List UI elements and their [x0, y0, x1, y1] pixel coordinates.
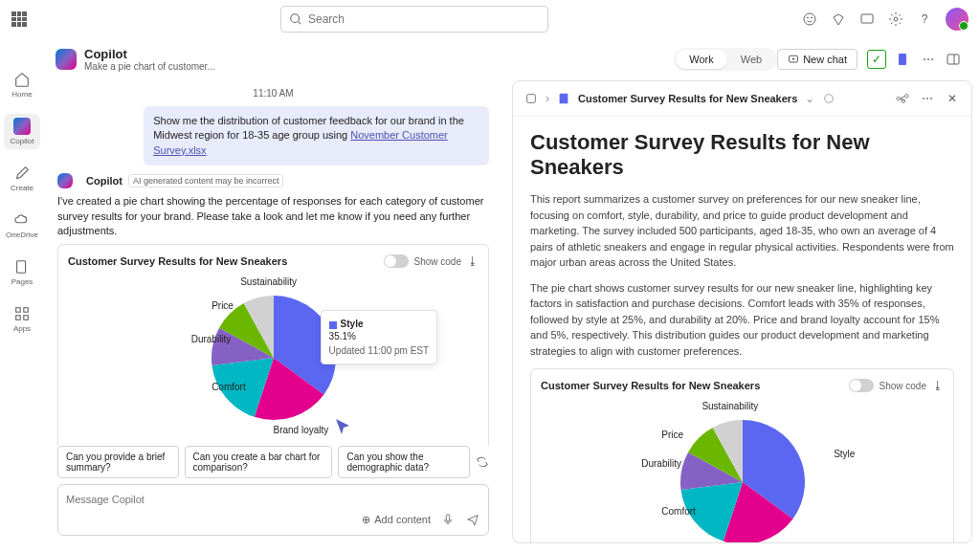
slice-label-comfort: Comfort — [661, 506, 696, 517]
nav-onedrive[interactable]: OneDrive — [4, 208, 40, 243]
nav-create[interactable]: Create — [4, 161, 40, 196]
pie-chart: Sustainability Price Durability Comfort … — [541, 396, 944, 542]
suggestion-pill[interactable]: Can you show the demographic data? — [338, 446, 470, 478]
slice-label-sustainability: Sustainability — [702, 401, 758, 411]
show-code-toggle[interactable] — [384, 254, 409, 268]
tooltip-value: 35.1% — [329, 331, 430, 342]
show-code-label: Show code — [414, 256, 461, 267]
svg-rect-8 — [16, 308, 21, 313]
doc-chart-card: Customer Survey Results for New Sneakers… — [530, 368, 954, 542]
side-nav: Home Copilot Create OneDrive Pages Apps — [0, 38, 44, 551]
nav-label: Home — [11, 90, 32, 99]
context-segment: Work Web — [674, 48, 777, 71]
copilot-icon — [13, 118, 31, 135]
mic-icon[interactable] — [440, 512, 456, 527]
premium-icon[interactable] — [831, 11, 846, 27]
chevron-down-icon[interactable]: ⌄ — [805, 92, 814, 105]
svg-point-20 — [825, 95, 834, 103]
nav-label: OneDrive — [6, 231, 38, 239]
slice-label-durability: Durability — [641, 458, 681, 469]
tooltip-name: Style — [341, 319, 364, 329]
shield-check-icon[interactable]: ✓ — [867, 50, 886, 69]
svg-point-0 — [291, 14, 300, 23]
svg-rect-7 — [17, 261, 26, 274]
add-content-button[interactable]: ⊕Add content — [362, 514, 431, 526]
slice-label-price: Price — [661, 430, 683, 440]
refresh-suggestions-icon[interactable] — [476, 454, 489, 470]
doc-heading: Customer Survey Results for New Sneakers — [530, 130, 954, 180]
slice-label-comfort: Comfort — [212, 382, 246, 392]
settings-icon[interactable] — [888, 11, 903, 27]
doc-header: › Customer Survey Results for New Sneake… — [513, 81, 971, 117]
more-icon[interactable]: ⋯ — [921, 52, 936, 67]
doc-breadcrumb-title[interactable]: Customer Survey Results for New Sneakers — [578, 93, 797, 104]
nav-label: Create — [11, 184, 33, 192]
slice-label-sustainability: Sustainability — [240, 276, 297, 287]
nav-home[interactable]: Home — [4, 67, 40, 102]
show-code-toggle[interactable] — [849, 379, 874, 392]
assistant-message: I've created a pie chart showing the per… — [57, 194, 489, 238]
download-icon[interactable]: ⭳ — [467, 254, 479, 268]
segment-web[interactable]: Web — [727, 50, 775, 69]
svg-rect-13 — [899, 54, 906, 65]
doc-paragraph: This report summarizes a customer survey… — [530, 191, 954, 271]
svg-rect-5 — [861, 14, 873, 23]
search-box[interactable] — [280, 6, 548, 33]
suggestion-row: Can you provide a brief summary? Can you… — [44, 446, 502, 478]
help-icon[interactable]: ? — [917, 11, 932, 27]
show-code-label: Show code — [880, 381, 926, 391]
segment-work[interactable]: Work — [676, 50, 726, 69]
copilot-icon — [57, 173, 73, 188]
nav-apps[interactable]: Apps — [4, 301, 40, 337]
svg-point-3 — [808, 17, 809, 18]
svg-rect-19 — [560, 94, 568, 104]
nav-copilot[interactable]: Copilot — [4, 114, 40, 149]
nav-pages[interactable]: Pages — [4, 254, 40, 290]
nav-label: Pages — [11, 277, 33, 286]
tooltip-updated: Updated 11:00 pm EST — [329, 345, 430, 356]
composer-input[interactable] — [66, 494, 480, 505]
message-composer: ⊕Add content — [57, 484, 489, 536]
page-title: Copilot — [84, 47, 215, 61]
slice-label-durability: Durability — [191, 334, 232, 344]
page-header: Copilot Make a pie chart of customer... … — [44, 38, 972, 80]
loop-icon — [524, 92, 538, 105]
new-chat-label: New chat — [803, 54, 847, 65]
suggestion-pill[interactable]: Can you create a bar chart for compariso… — [185, 446, 333, 478]
user-avatar[interactable] — [946, 8, 969, 31]
doc-paragraph: The pie chart shows customer survey resu… — [530, 280, 954, 360]
app-launcher-icon[interactable] — [11, 11, 27, 27]
svg-rect-14 — [947, 55, 959, 64]
nav-label: Apps — [13, 324, 31, 333]
svg-rect-9 — [24, 308, 29, 313]
chart-title: Customer Survey Results for New Sneakers — [68, 255, 287, 267]
page-icon — [557, 92, 570, 105]
suggestion-pill[interactable]: Can you provide a brief summary? — [57, 446, 179, 478]
feedback-icon[interactable] — [859, 11, 875, 27]
sync-icon — [822, 92, 835, 105]
svg-rect-10 — [16, 316, 21, 320]
slice-label-price: Price — [212, 300, 234, 311]
nav-label: Copilot — [11, 137, 34, 145]
user-message: Show me the distribution of customer fee… — [144, 106, 489, 165]
chart-tooltip: Style 35.1% Updated 11:00 pm EST — [321, 310, 438, 364]
search-icon — [289, 12, 302, 26]
page-subtitle: Make a pie chart of customer... — [84, 61, 215, 72]
emoji-icon[interactable] — [802, 11, 817, 27]
send-icon[interactable] — [465, 512, 480, 527]
svg-line-1 — [299, 22, 301, 25]
panel-icon[interactable] — [946, 52, 961, 67]
share-icon[interactable] — [895, 91, 910, 106]
close-icon[interactable]: ✕ — [945, 91, 960, 106]
svg-rect-18 — [527, 95, 536, 103]
ai-disclaimer: AI generated content may be incorrect — [128, 174, 284, 187]
top-bar: ? — [0, 0, 980, 38]
download-icon[interactable]: ⭳ — [932, 379, 944, 392]
search-input[interactable] — [308, 12, 540, 26]
pie-chart: Sustainability Price Durability Comfort … — [68, 272, 479, 444]
new-chat-button[interactable]: New chat — [777, 49, 858, 70]
svg-rect-11 — [24, 316, 29, 320]
pages-shortcut-icon[interactable] — [896, 52, 911, 67]
doc-more-icon[interactable]: ⋯ — [920, 91, 935, 106]
chart-title: Customer Survey Results for New Sneakers — [541, 380, 760, 391]
